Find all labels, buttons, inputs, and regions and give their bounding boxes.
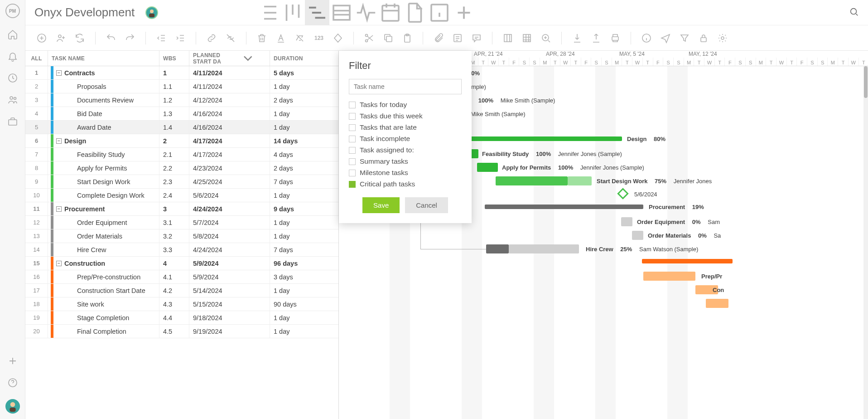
help-icon[interactable]: [7, 377, 18, 388]
filter-option[interactable]: Summary tasks: [349, 157, 462, 166]
gbar-materials[interactable]: [632, 231, 643, 240]
row-name-cell[interactable]: Complete Design Work: [48, 189, 159, 202]
bell-icon[interactable]: [7, 51, 18, 62]
collapse-toggle[interactable]: −: [56, 206, 62, 212]
filter-option[interactable]: Tasks for today: [349, 101, 462, 109]
comment-icon[interactable]: [471, 33, 482, 44]
row-name-cell[interactable]: Start Design Work: [48, 175, 159, 188]
user-avatar[interactable]: [5, 399, 20, 414]
checkbox[interactable]: [349, 113, 356, 120]
refresh-icon[interactable]: [74, 33, 85, 44]
clear-format-icon[interactable]: [294, 33, 305, 44]
gbar-design[interactable]: [468, 136, 622, 141]
row-name-cell[interactable]: −Design: [48, 134, 159, 147]
task-row[interactable]: 14Hire Crew3.34/24/20247 days: [25, 243, 338, 257]
view-activity-icon[interactable]: [354, 0, 378, 25]
gbar-designwork[interactable]: [496, 176, 568, 185]
users-icon[interactable]: [7, 94, 18, 105]
row-name-cell[interactable]: Site work: [48, 297, 159, 311]
row-name-cell[interactable]: Proposals: [48, 80, 159, 93]
checkbox[interactable]: [349, 170, 356, 176]
filter-cancel-button[interactable]: Cancel: [405, 197, 448, 213]
row-name-cell[interactable]: Award Date: [48, 121, 159, 134]
checkbox[interactable]: [349, 181, 356, 188]
task-row[interactable]: 15−Construction45/9/202496 days: [25, 257, 338, 270]
row-name-cell[interactable]: −Contracts: [48, 66, 159, 79]
checkbox[interactable]: [349, 102, 356, 108]
indent-icon[interactable]: [175, 33, 186, 44]
filter-option[interactable]: Task assigned to:: [349, 146, 462, 154]
columns-icon[interactable]: [502, 33, 513, 44]
link-icon[interactable]: [206, 33, 217, 44]
clock-icon[interactable]: [7, 73, 18, 83]
filter-option[interactable]: Tasks that are late: [349, 123, 462, 132]
row-name-cell[interactable]: Apply for Permits: [48, 161, 159, 175]
col-start[interactable]: PLANNED START DA: [189, 51, 270, 66]
filter-option[interactable]: Milestone tasks: [349, 169, 462, 177]
task-row[interactable]: 9Start Design Work2.34/25/20247 days: [25, 175, 338, 189]
row-name-cell[interactable]: Order Equipment: [48, 216, 159, 229]
copy-icon[interactable]: [383, 33, 394, 44]
attachment-icon[interactable]: [433, 33, 444, 44]
row-name-cell[interactable]: Feasibility Study: [48, 148, 159, 161]
col-taskname[interactable]: TASK NAME: [48, 51, 159, 66]
search-icon[interactable]: [849, 7, 859, 19]
project-avatar[interactable]: [145, 6, 158, 19]
lock-icon[interactable]: [698, 33, 709, 44]
milestone-icon[interactable]: [333, 33, 343, 44]
task-row[interactable]: 13Order Materials3.25/8/20241 day: [25, 229, 338, 243]
row-name-cell[interactable]: Final Completion: [48, 325, 159, 338]
paste-icon[interactable]: [402, 33, 413, 44]
filter-icon[interactable]: [679, 33, 690, 44]
numbers-icon[interactable]: 123: [313, 33, 324, 44]
gbar-permits[interactable]: [477, 163, 498, 172]
filter-option[interactable]: Critical path tasks: [349, 180, 462, 188]
undo-icon[interactable]: [106, 33, 116, 44]
task-row[interactable]: 6−Design24/17/202414 days: [25, 134, 338, 148]
row-name-cell[interactable]: Bid Date: [48, 107, 159, 120]
row-name-cell[interactable]: Order Materials: [48, 229, 159, 243]
task-row[interactable]: 5Award Date1.44/16/20241 day: [25, 121, 338, 134]
app-logo[interactable]: PM: [5, 4, 20, 18]
view-add-icon[interactable]: [452, 0, 476, 25]
filter-taskname-input[interactable]: [349, 79, 462, 94]
scrollbar-vertical[interactable]: [863, 66, 868, 419]
home-icon[interactable]: [7, 29, 18, 40]
filter-option[interactable]: Task incomplete: [349, 135, 462, 143]
cut-icon[interactable]: [364, 33, 375, 44]
trash-icon[interactable]: [256, 33, 267, 44]
task-row[interactable]: 10Complete Design Work2.45/6/20241 day: [25, 189, 338, 202]
task-row[interactable]: 3Documents Review1.24/12/20242 days: [25, 93, 338, 107]
view-sheet-icon[interactable]: [329, 0, 354, 25]
gbar-hirecrew[interactable]: [486, 244, 509, 253]
filter-option[interactable]: Tasks due this week: [349, 112, 462, 120]
task-row[interactable]: 1−Contracts14/11/20245 days: [25, 66, 338, 80]
row-name-cell[interactable]: −Procurement: [48, 202, 159, 215]
gbar-construction[interactable]: [642, 259, 733, 263]
row-name-cell[interactable]: Documents Review: [48, 93, 159, 107]
gbar-equipment[interactable]: [621, 217, 632, 226]
view-list-icon[interactable]: [256, 0, 280, 25]
task-row[interactable]: 16Prep/Pre-construction4.15/9/20243 days: [25, 270, 338, 284]
outdent-icon[interactable]: [156, 33, 167, 44]
send-icon[interactable]: [660, 33, 671, 44]
plus-icon[interactable]: [7, 356, 18, 366]
task-row[interactable]: 2Proposals1.14/11/20241 day: [25, 80, 338, 93]
import-icon[interactable]: [572, 33, 583, 44]
milestone-diamond[interactable]: [617, 188, 628, 199]
text-color-icon[interactable]: [275, 33, 286, 44]
notes-icon[interactable]: [452, 33, 463, 44]
col-duration[interactable]: DURATION: [270, 51, 338, 66]
row-name-cell[interactable]: Stage Completion: [48, 311, 159, 324]
briefcase-icon[interactable]: [7, 116, 18, 127]
checkbox[interactable]: [349, 147, 356, 154]
assign-icon[interactable]: [55, 33, 66, 44]
info-icon[interactable]: [641, 33, 652, 44]
task-row[interactable]: 12Order Equipment3.15/7/20241 day: [25, 216, 338, 229]
task-row[interactable]: 8Apply for Permits2.24/23/20242 days: [25, 161, 338, 175]
print-icon[interactable]: [610, 33, 621, 44]
col-wbs[interactable]: WBS: [159, 51, 189, 66]
gbar-prep[interactable]: [643, 272, 695, 281]
row-name-cell[interactable]: Prep/Pre-construction: [48, 270, 159, 283]
zoom-icon[interactable]: [540, 33, 551, 44]
